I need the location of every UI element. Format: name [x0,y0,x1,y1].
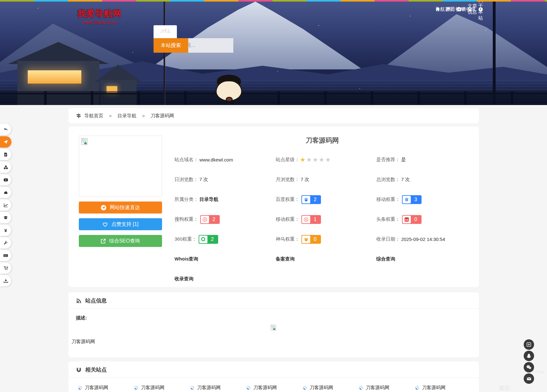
related-links-row: 刀客源码网 刀客源码网 刀客源码网 刀客源码网 刀客源码网 刀客源码网 [68,378,479,391]
field-label: 移动权重： [376,196,400,202]
sogou-mobile-weight-badge: S 1 [301,215,321,224]
shoulu-query-link[interactable]: 收录查询 [175,276,194,282]
like-support-button[interactable]: 点赞支持 [1] [79,218,162,230]
field-category: 所属分类： 目录导航 [175,190,276,209]
related-site-label: 刀客源码网 [366,385,389,391]
sidebar-finance[interactable]: ¥ [0,225,11,236]
envelope-icon [527,376,532,381]
related-site-link[interactable]: 刀客源码网 [78,385,134,391]
broken-image-icon [81,137,89,146]
section-title: 相关站点 [85,366,107,373]
float-email-button[interactable] [524,373,534,384]
field-label: 站点星级： [276,157,300,163]
wechat-icon [526,365,532,370]
site-info-card: 站点信息 描述: 刀客源码网 [68,292,479,357]
sogou-s-icon: S [201,216,209,223]
sidebar-typing[interactable] [0,250,11,261]
field-monthly-views: 月浏览数： 7 次 [276,170,376,190]
related-site-link[interactable]: 刀客源码网 [415,385,471,391]
field-360-weight: 360权重： 2 [175,229,276,249]
logo-domain: www.52waw.com [72,20,127,25]
svg-text:头条: 头条 [405,219,409,221]
breadcrumb-home[interactable]: 导航首页 [84,113,103,119]
qq-icon [526,353,532,359]
sidebar-education[interactable] [0,212,11,223]
favicon-icon [359,386,363,390]
chart-line-icon [3,203,8,208]
sidebar-tools[interactable] [0,237,11,249]
breadcrumb-category[interactable]: 目录导航 [117,113,136,119]
sidebar-articles[interactable] [0,149,11,160]
related-site-link[interactable]: 刀客源码网 [190,385,246,391]
field-label: 总浏览数： [376,177,400,183]
whois-query-cell: Whois查询 [175,249,276,269]
related-site-label: 刀客源码网 [310,385,333,391]
badge-value: 2 [310,196,320,203]
snow-dots [38,8,38,9]
related-site-link[interactable]: 刀客源码网 [246,385,302,391]
field-value: 2025-09-02 14:30:54 [401,237,445,242]
search-button[interactable]: 本站搜索 [154,38,188,53]
sogou-weight-badge: S 2 [200,215,220,224]
external-link-icon [101,238,106,244]
wrench-icon [3,241,8,245]
beian-query-link[interactable]: 备案查询 [276,256,295,262]
tab-bing[interactable]: 必应 [154,25,177,38]
pole-shape [164,2,165,105]
plus-square-icon [527,342,531,347]
field-sogou-weight: 搜狗权重： S 2 [175,209,276,229]
sidebar-download[interactable] [0,275,11,286]
site-title: 刀客源码网 [175,133,470,150]
field-sogou-mobile-weight: 移动权重： S 1 [276,209,376,229]
logo-title: 我爱导航网 [72,8,127,19]
sidebar-back[interactable] [0,124,11,135]
field-baidu-mobile-weight: 移动权重： M 3 [376,190,470,209]
badge-value: 0 [310,236,320,243]
paper-plane-icon [3,139,8,144]
button-label: 点赞支持 [1] [111,221,138,228]
favicon-icon [78,386,82,390]
zonghe-query-cell: 综合查询 [376,249,470,269]
related-site-link[interactable]: 刀客源码网 [134,385,190,391]
field-label: 所属分类： [175,196,198,202]
baidu-mobile-weight-badge: M 3 [402,195,422,204]
shenma-weight-badge: 0 [301,235,321,244]
sidebar-cloud[interactable] [0,187,11,198]
related-site-link[interactable]: 刀客源码网 [303,385,359,391]
favicon-icon [190,386,195,390]
related-site-link[interactable]: 刀客源码网 [359,385,415,391]
float-add-button[interactable] [524,339,534,350]
visit-site-button[interactable]: 网站快速直达 [79,202,162,214]
lit-window-shape [28,70,81,84]
site-logo[interactable]: 我爱导航网 www.52waw.com [72,8,127,25]
field-label: 收录日期： [376,236,400,242]
snow-peak-shape [148,2,363,69]
shenma-fox-icon [302,236,310,243]
float-qq-button[interactable] [524,351,534,361]
hero-header: 我爱导航网 www.52waw.com 导航首页 排行榜单 申请收录 文章信息 [0,2,547,105]
category-link[interactable]: 目录导航 [200,196,218,202]
zonghe-query-link[interactable]: 综合查询 [376,256,395,262]
field-label: 360权重： [175,236,197,242]
related-site-label: 刀客源码网 [85,385,108,391]
baidu-paw-icon [302,196,310,203]
sogou-s-icon: S [302,216,310,223]
sidebar-shop[interactable] [0,262,11,274]
sidebar-stats[interactable] [0,199,11,211]
button-label: 网站快速直达 [110,204,140,211]
sidebar-quick-visit[interactable] [0,136,11,148]
empty-cell [376,269,470,289]
baidu-mobile-paw-icon: M [403,196,411,203]
seo-query-button[interactable]: 综合SEO查询 [79,235,162,247]
sidebar-video[interactable] [0,174,11,185]
cartoon-character [213,75,245,105]
field-total-views: 总浏览数： 7 次 [376,170,470,190]
whois-query-link[interactable]: Whois查询 [175,256,198,262]
favicon-icon [303,386,307,390]
back-icon [3,127,8,132]
field-label: 神马权重： [276,236,300,242]
cart-icon [3,266,8,271]
sidebar-modules[interactable] [0,161,11,173]
youtube-icon [3,178,8,182]
pole-shape [493,2,496,105]
